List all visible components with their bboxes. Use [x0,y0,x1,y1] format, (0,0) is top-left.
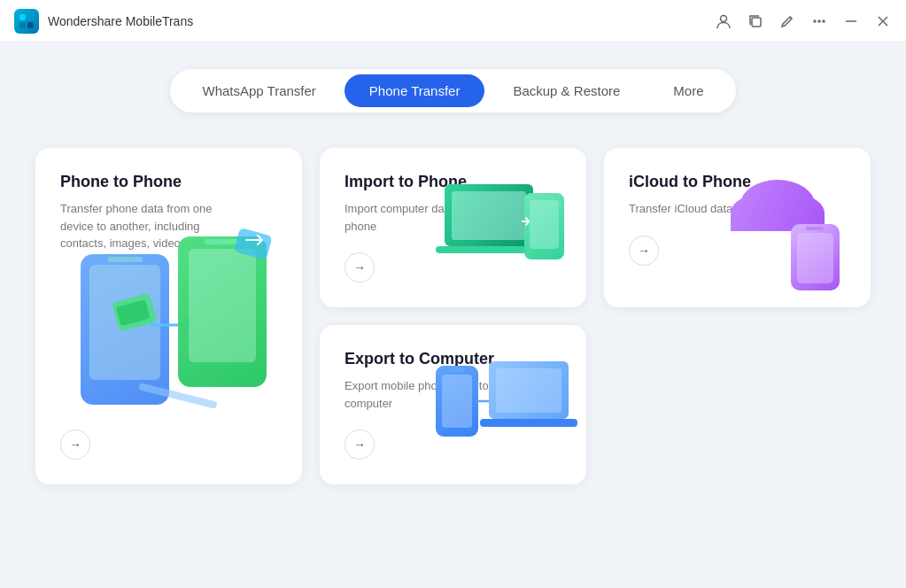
svg-rect-17 [205,239,240,244]
svg-rect-16 [189,249,256,362]
phone-to-phone-arrow[interactable]: → [60,429,90,460]
cards-grid: Phone to Phone Transfer phone data from … [35,148,871,484]
app-icon [14,9,39,34]
svg-rect-2 [19,22,26,28]
svg-rect-34 [442,375,472,428]
svg-rect-5 [752,18,761,27]
icloud-to-phone-arrow[interactable]: → [629,236,659,266]
tab-bar: WhatsApp Transfer Phone Transfer Backup … [170,69,735,112]
export-to-computer-arrow[interactable]: → [345,429,375,460]
svg-rect-3 [27,22,34,28]
svg-rect-0 [19,14,26,20]
tab-more[interactable]: More [648,74,728,107]
import-illustration [427,166,577,294]
svg-rect-31 [797,233,833,283]
tab-whatsapp-transfer[interactable]: WhatsApp Transfer [177,74,340,107]
title-bar-controls [715,12,892,30]
icloud-illustration [711,162,862,298]
svg-rect-37 [496,368,561,413]
svg-point-4 [721,15,727,21]
app-title: Wondershare MobileTrans [48,14,193,28]
svg-rect-1 [27,14,34,20]
title-bar: Wondershare MobileTrans [0,0,906,43]
title-bar-left: Wondershare MobileTrans [14,9,193,34]
svg-point-7 [818,20,820,22]
person-icon[interactable] [715,12,732,30]
svg-rect-14 [107,257,143,262]
export-to-computer-card[interactable]: Export to Computer Export mobile phone d… [320,325,586,484]
menu-icon[interactable] [810,12,828,30]
copy-icon[interactable] [747,12,764,30]
phone-to-phone-card[interactable]: Phone to Phone Transfer phone data from … [35,148,302,484]
tab-phone-transfer[interactable]: Phone Transfer [345,74,485,107]
import-to-phone-card[interactable]: Import to Phone Import computer data to … [320,148,586,307]
minimize-icon[interactable] [842,12,860,30]
svg-rect-38 [480,419,577,427]
tab-backup-restore[interactable]: Backup & Restore [488,74,645,107]
svg-rect-25 [530,200,559,249]
svg-point-8 [823,20,825,22]
main-content: WhatsApp Transfer Phone Transfer Backup … [0,43,906,588]
icloud-to-phone-card[interactable]: iCloud to Phone Transfer iCloud data to … [604,148,871,307]
svg-rect-32 [806,227,824,230]
svg-rect-22 [452,191,526,240]
phone-to-phone-title: Phone to Phone [60,173,277,191]
edit-icon[interactable] [778,12,796,30]
svg-rect-35 [449,368,465,372]
close-icon[interactable] [874,12,892,30]
import-to-phone-arrow[interactable]: → [345,252,375,282]
svg-point-6 [814,20,816,22]
export-illustration [422,344,577,471]
